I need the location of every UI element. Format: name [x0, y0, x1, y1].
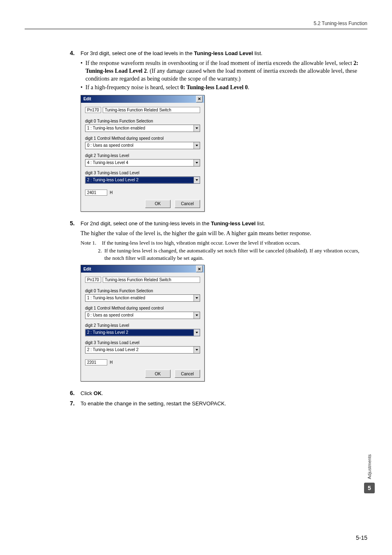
side-label: Adjustments — [367, 454, 372, 479]
step-4-lead-c: list. — [253, 50, 263, 56]
dialog2-d0-value: 1 : Tuning-less function enabled — [85, 295, 194, 301]
step-5: 5. For 2nd digit, select one of the tuni… — [70, 220, 363, 388]
chevron-down-icon[interactable] — [194, 347, 200, 353]
step-5-para1: The higher the value of the level is, th… — [81, 230, 363, 238]
svg-marker-7 — [196, 349, 198, 351]
dialog2-value-box: 2201 — [85, 359, 107, 365]
step-6-lead-a: Click — [81, 390, 94, 396]
chevron-down-icon[interactable] — [194, 329, 200, 336]
edit-dialog-2: Edit ✕ Pn170 Tuning-less Function Relate… — [81, 265, 205, 382]
dialog2-d3-label: digit 3 Tuning-less Load Level — [85, 340, 200, 345]
svg-marker-2 — [196, 162, 198, 164]
step-4-bullet-2: • If a high-frequency noise is heard, se… — [81, 84, 363, 92]
bullet-dot: • — [81, 60, 85, 83]
dialog2-value-unit: H — [110, 360, 113, 365]
dialog2-pn-code: Pn170 — [85, 277, 101, 283]
step-5-note-1: Note 1. If the tuning-less level is too … — [81, 239, 363, 247]
dialog2-d3-value: 2 : Tuning-less Load Level 2 — [85, 347, 194, 353]
ok-button[interactable]: OK — [145, 370, 171, 378]
svg-marker-3 — [196, 179, 198, 181]
step-5-lead-c: list. — [256, 220, 265, 227]
dialog1-d1-combo[interactable]: 0 : Uses as speed control — [85, 142, 200, 149]
step-6-lead-c: . — [101, 390, 103, 396]
step-7-number: 7. — [70, 400, 81, 410]
dialog1-value-box: 2401 — [85, 190, 107, 196]
page-number: 5-15 — [356, 534, 367, 541]
step-4-lead: For 3rd digit, select one of the load le… — [81, 50, 363, 57]
svg-marker-4 — [196, 297, 198, 299]
close-icon[interactable]: ✕ — [196, 96, 203, 102]
step-5-lead-a: For 2nd digit, select one of the tuning-… — [81, 220, 211, 227]
step-4: 4. For 3rd digit, select one of the load… — [70, 50, 363, 218]
step-5-lead-b: Tuning-less Level — [211, 220, 256, 227]
dialog2-d0-label: digit 0 Tuning-less Function Selection — [85, 289, 200, 293]
step-7-lead: To enable the change in the setting, res… — [81, 400, 363, 407]
dialog2-pn-name: Tuning-less Function Related Switch — [103, 277, 200, 283]
svg-marker-1 — [196, 145, 198, 146]
dialog1-d2-label: digit 2 Tuning-less Level — [85, 153, 200, 158]
dialog2-d2-label: digit 2 Tuning-less Level — [85, 323, 200, 328]
dialog2-d0-combo[interactable]: 1 : Tuning-less function enabled — [85, 294, 200, 302]
svg-marker-6 — [196, 332, 198, 333]
dialog1-d0-combo[interactable]: 1 : Tuning-less function enabled — [85, 125, 200, 132]
dialog1-value-unit: H — [110, 190, 113, 195]
step-5-lead: For 2nd digit, select one of the tuning-… — [81, 220, 363, 227]
step-4-b2-c: . — [248, 84, 249, 90]
chevron-down-icon[interactable] — [194, 125, 200, 132]
svg-marker-0 — [196, 127, 198, 129]
dialog1-titlebar: Edit ✕ — [81, 95, 204, 103]
step-5-note-2-label: 2. — [81, 247, 104, 261]
step-4-lead-a: For 3rd digit, select one of the load le… — [81, 50, 194, 56]
dialog1-d1-label: digit 1 Control Method during speed cont… — [85, 136, 200, 141]
chevron-down-icon[interactable] — [194, 177, 200, 183]
dialog1-d1-value: 0 : Uses as speed control — [85, 142, 194, 149]
step-4-lead-b: Tuning-less Load Level — [194, 50, 253, 56]
step-4-number: 4. — [70, 50, 81, 218]
dialog1-d3-value: 2 : Tuning-less Load Level 2 — [85, 177, 194, 183]
cancel-button[interactable]: Cancel — [175, 200, 200, 208]
edit-dialog-1: Edit ✕ Pn170 Tuning-less Function Relate… — [81, 95, 205, 212]
step-6: 6. Click OK. — [70, 390, 363, 398]
dialog1-d2-value: 4 : Tuning-less Level 4 — [85, 160, 194, 166]
step-6-number: 6. — [70, 390, 81, 398]
cancel-button[interactable]: Cancel — [175, 370, 200, 378]
dialog2-d1-value: 0 : Uses as speed control — [85, 312, 194, 319]
ok-button[interactable]: OK — [145, 200, 171, 208]
dialog2-d1-combo[interactable]: 0 : Uses as speed control — [85, 312, 200, 319]
step-4-b2-b: 0: Tuning-less Load Level 0 — [180, 84, 248, 90]
dialog1-d3-label: digit 3 Tuning-less Load Level — [85, 171, 200, 175]
header-rule — [25, 29, 367, 29]
dialog2-titlebar: Edit ✕ — [81, 265, 204, 273]
step-5-note-1-label: Note 1. — [81, 239, 102, 247]
dialog2-d3-combo[interactable]: 2 : Tuning-less Load Level 2 — [85, 346, 200, 354]
step-4-b2-a: If a high-frequency noise is heard, sele… — [85, 84, 180, 90]
side-tab: Adjustments 5 — [364, 454, 375, 493]
dialog1-pn-code: Pn170 — [85, 107, 101, 113]
step-5-number: 5. — [70, 220, 81, 388]
dialog1-d3-combo[interactable]: 2 : Tuning-less Load Level 2 — [85, 176, 200, 184]
dialog1-d0-label: digit 0 Tuning-less Function Selection — [85, 119, 200, 123]
chevron-down-icon[interactable] — [194, 295, 200, 301]
step-5-note-2: 2. If the tuning-less level is changed, … — [81, 247, 363, 261]
dialog1-d0-value: 1 : Tuning-less function enabled — [85, 125, 194, 132]
svg-marker-5 — [196, 314, 198, 316]
step-5-note-2-body: If the tuning-less level is changed, the… — [104, 247, 363, 261]
step-6-lead: Click OK. — [81, 390, 363, 397]
chevron-down-icon[interactable] — [194, 142, 200, 149]
step-4-bullet-1: • If the response waveform results in ov… — [81, 60, 363, 83]
header-section: 5.2 Tuning-less Function — [25, 21, 367, 26]
dialog2-d1-label: digit 1 Control Method during speed cont… — [85, 306, 200, 310]
dialog1-d2-combo[interactable]: 4 : Tuning-less Level 4 — [85, 159, 200, 166]
step-7: 7. To enable the change in the setting, … — [70, 400, 363, 410]
dialog1-pn-name: Tuning-less Function Related Switch — [103, 107, 200, 113]
chapter-badge: 5 — [364, 483, 375, 493]
dialog2-d2-combo[interactable]: 2 : Tuning-less Level 2 — [85, 329, 200, 336]
step-6-lead-b: OK — [94, 390, 102, 396]
chevron-down-icon[interactable] — [194, 160, 200, 166]
step-4-b1-a: If the response waveform results in over… — [85, 60, 353, 66]
chevron-down-icon[interactable] — [194, 312, 200, 319]
close-icon[interactable]: ✕ — [196, 266, 203, 272]
dialog2-title: Edit — [83, 267, 196, 271]
dialog2-d2-value: 2 : Tuning-less Level 2 — [85, 329, 194, 336]
dialog1-title: Edit — [83, 97, 196, 101]
